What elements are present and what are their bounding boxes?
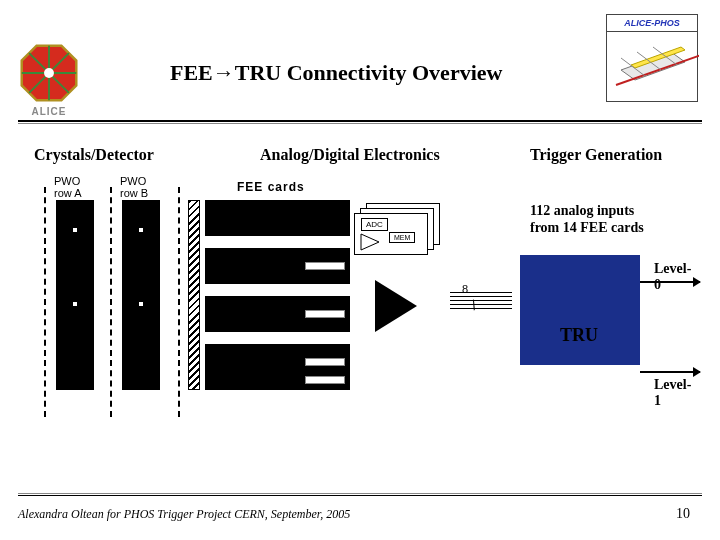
dash-line	[44, 187, 46, 417]
header-rule-shadow	[18, 123, 702, 124]
adc-label: ADC	[361, 218, 388, 231]
section-trigger: Trigger Generation	[530, 146, 662, 164]
section-crystals: Crystals/Detector	[34, 146, 154, 164]
svg-marker-6	[621, 52, 685, 80]
pwo-row-a-label: PWO row A	[54, 175, 82, 199]
amplifier-icon	[359, 232, 383, 252]
alice-logo-label: ALICE	[18, 106, 80, 117]
dash-line	[178, 187, 180, 417]
svg-point-5	[44, 68, 54, 78]
mem-label: MEM	[389, 232, 415, 243]
hatch-connector	[188, 200, 200, 390]
footer-text: Alexandra Oltean for PHOS Trigger Projec…	[18, 507, 350, 522]
phos-logo-label: ALICE-PHOS	[607, 15, 697, 32]
alice-logo: ALICE	[18, 42, 80, 118]
svg-marker-12	[361, 234, 379, 250]
note-112-inputs: 112 analog inputs from 14 FEE cards	[530, 203, 644, 237]
phos-logo: ALICE-PHOS	[606, 14, 698, 102]
slide: ALICE ALICE-PHOS FEE→TRU Connectivity Ov…	[0, 0, 720, 540]
section-analog: Analog/Digital Electronics	[260, 146, 440, 164]
adc-card-front: ADC MEM	[354, 213, 428, 255]
tru-label: TRU	[560, 325, 598, 346]
tru-box	[520, 255, 640, 365]
bus-count: 8	[462, 283, 468, 295]
fee-block	[205, 344, 350, 390]
header-rule	[18, 120, 702, 122]
fee-cards-label: FEE cards	[237, 180, 305, 194]
fee-block	[205, 296, 350, 332]
page-title: FEE→TRU Connectivity Overview	[170, 60, 502, 86]
fee-block	[205, 248, 350, 284]
level-1-arrow	[640, 371, 700, 373]
fee-block	[205, 200, 350, 236]
crystal-column-a	[56, 200, 94, 390]
dash-line	[110, 187, 112, 417]
phos-detector-icon	[607, 32, 697, 96]
play-arrow-icon	[375, 280, 417, 332]
pwo-row-b-label: PWO row B	[120, 175, 148, 199]
footer-rule	[18, 493, 702, 494]
footer-rule-b	[18, 495, 702, 496]
diagram: PWO row A PWO row B FEE cards	[30, 175, 690, 455]
alice-octagon-icon	[18, 42, 80, 104]
crystal-column-b	[122, 200, 160, 390]
level-0-label: Level-0	[654, 261, 691, 293]
page-number: 10	[676, 506, 690, 522]
level-1-label: Level-1	[654, 377, 691, 409]
